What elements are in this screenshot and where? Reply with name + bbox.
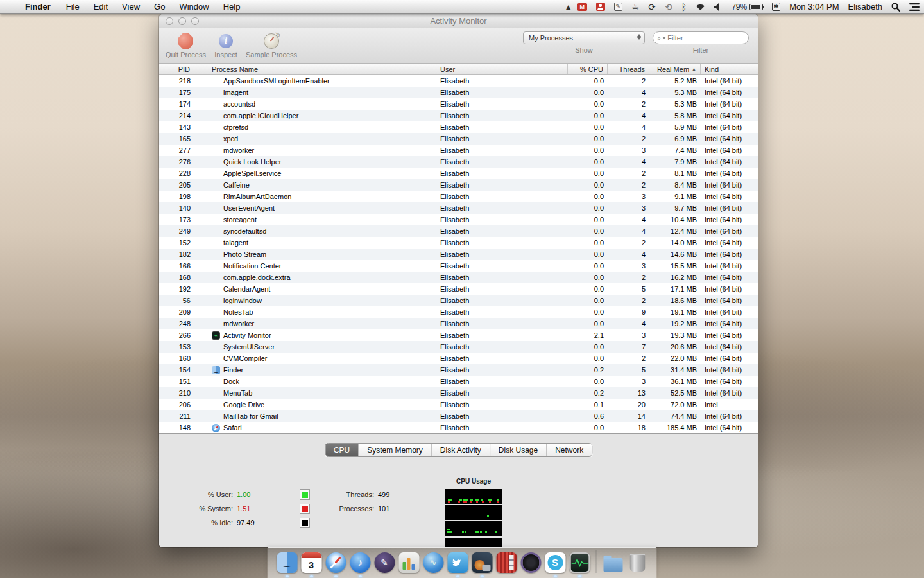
minimize-button[interactable] (178, 17, 186, 25)
fast-user-switch[interactable]: Elisabeth (844, 0, 887, 13)
process-row[interactable]: 182Photo StreamElisabeth0.0414.6 MBIntel… (159, 249, 758, 260)
process-row[interactable]: 143cfprefsdElisabeth0.045.9 MBIntel (64 … (159, 121, 758, 133)
process-row[interactable]: 153SystemUIServerElisabeth0.0720.6 MBInt… (159, 341, 758, 353)
filter-input[interactable] (667, 34, 732, 42)
process-row[interactable]: 205CaffeineElisabeth0.028.4 MBIntel (64 … (159, 179, 758, 191)
menu-item-window[interactable]: Window (172, 0, 216, 14)
contacts-icon[interactable] (592, 0, 610, 13)
process-row[interactable]: 218AppSandboxSMLoginItemEnablerElisabeth… (159, 75, 758, 87)
process-row[interactable]: 152talagentElisabeth0.0214.0 MBIntel (64… (159, 237, 758, 249)
tab-network[interactable]: Network (547, 444, 592, 456)
column-header-threads[interactable]: Threads (608, 64, 649, 74)
process-row[interactable]: 277mdworkerElisabeth0.037.4 MBIntel (64 … (159, 144, 758, 156)
process-row[interactable]: 192CalendarAgentElisabeth0.0517.1 MBInte… (159, 283, 758, 295)
tab-disk-activity[interactable]: Disk Activity (432, 444, 490, 456)
menu-item-file[interactable]: File (59, 0, 87, 14)
process-row[interactable]: 276Quick Look HelperElisabeth0.047.9 MBI… (159, 156, 758, 168)
process-row[interactable]: 248mdworkerElisabeth0.0419.2 MBIntel (64… (159, 318, 758, 329)
dock-item-skype[interactable]: S (545, 552, 566, 573)
process-row[interactable]: 249syncdefaultsdElisabeth0.0412.4 MBInte… (159, 225, 758, 237)
spotlight-icon[interactable] (887, 0, 905, 13)
process-row[interactable]: 56loginwindowElisabeth0.0218.6 MBIntel (… (159, 295, 758, 306)
inspect-button[interactable]: i Inspect (206, 31, 246, 58)
caffeine-icon[interactable]: ☕ (627, 0, 644, 13)
dock-item-google-earth[interactable]: ∿ (423, 552, 444, 573)
menu-item-edit[interactable]: Edit (87, 0, 115, 14)
column-header-pid[interactable]: PID (159, 64, 194, 74)
dock-item-iphoto[interactable] (472, 552, 493, 573)
threads-label: Threads: (320, 491, 374, 498)
cpu-core-bar (445, 489, 502, 504)
column-header-realmem[interactable]: Real Mem ▲ (649, 64, 701, 74)
process-name: syncdefaultsd (223, 227, 266, 235)
process-row[interactable]: 210MenuTabElisabeth0.21352.5 MBIntel (64… (159, 387, 758, 399)
dock-item-safari[interactable] (325, 552, 346, 573)
quit-process-button[interactable]: Quit Process (166, 31, 206, 58)
process-row[interactable]: 266⌁Activity MonitorElisabeth2.1319.3 MB… (159, 329, 758, 341)
close-button[interactable] (166, 17, 173, 25)
dock-item-charts-app[interactable] (398, 552, 420, 573)
notification-center-icon[interactable] (905, 0, 924, 13)
process-row[interactable]: 148SafariElisabeth0.018185.4 MBIntel (64… (159, 422, 758, 434)
process-row[interactable]: 151DockElisabeth0.0336.1 MBIntel (64 bit… (159, 376, 758, 387)
process-row[interactable]: 165xpcdElisabeth0.026.9 MBIntel (64 bit) (159, 133, 758, 144)
dock-item-itunes[interactable]: ♪ (350, 552, 371, 573)
notes-icon[interactable]: ✎ (610, 0, 627, 13)
process-row[interactable]: 209NotesTabElisabeth0.0919.1 MBIntel (64… (159, 306, 758, 318)
column-header-kind[interactable]: Kind (701, 64, 755, 74)
process-row[interactable]: 211MailTab for GmailElisabeth0.61474.4 M… (159, 410, 758, 422)
battery-indicator[interactable]: 79% (727, 0, 767, 13)
menu-item-go[interactable]: Go (147, 0, 172, 14)
menu-app-name[interactable]: Finder (18, 0, 59, 14)
idle-color-well[interactable] (300, 518, 310, 528)
process-row[interactable]: 174accountsdElisabeth0.025.3 MBIntel (64… (159, 98, 758, 110)
process-row[interactable]: 154‿FinderElisabeth0.2531.4 MBIntel (64 … (159, 364, 758, 376)
google-drive-icon[interactable]: ▲ (564, 3, 573, 11)
dock-item-activity-monitor[interactable] (569, 552, 590, 573)
process-row[interactable]: 214com.apple.iCloudHelperElisabeth0.045.… (159, 110, 758, 121)
tab-cpu[interactable]: CPU (325, 444, 359, 456)
process-row[interactable]: 140UserEventAgentElisabeth0.039.7 MBInte… (159, 202, 758, 214)
input-menu-icon[interactable]: ✱ (767, 0, 785, 13)
user-color-well[interactable] (300, 489, 310, 500)
process-row[interactable]: 168com.apple.dock.extraElisabeth0.0216.2… (159, 272, 758, 283)
zoom-button[interactable] (191, 17, 199, 25)
dock-item-documents-folder[interactable] (603, 552, 624, 573)
search-options-arrow-icon (662, 37, 666, 39)
menu-clock[interactable]: Mon 3:04 PM (785, 0, 843, 13)
process-row[interactable]: 160CVMCompilerElisabeth0.0222.0 MBIntel … (159, 353, 758, 364)
dock-item-twitter[interactable] (447, 552, 468, 573)
sample-process-icon (264, 33, 279, 49)
dock-item-finder[interactable]: ‿ (277, 552, 298, 573)
process-row[interactable]: 198RimAlbumArtDaemonElisabeth0.039.1 MBI… (159, 191, 758, 202)
process-row[interactable]: 206Google DriveElisabeth0.12072.0 MBInte… (159, 399, 758, 410)
tab-system-memory[interactable]: System Memory (359, 444, 432, 456)
dock-item-photo-booth[interactable] (496, 552, 517, 573)
process-row[interactable]: 166Notification CenterElisabeth0.0315.5 … (159, 260, 758, 272)
gmail-icon[interactable]: M (573, 0, 592, 13)
dock-item-trash[interactable] (627, 552, 648, 573)
menu-item-view[interactable]: View (115, 0, 147, 14)
dock-item-calendar[interactable]: 3 (301, 552, 322, 573)
system-color-well[interactable] (300, 504, 310, 514)
tab-disk-usage[interactable]: Disk Usage (490, 444, 547, 456)
title-bar[interactable]: Activity Monitor (159, 14, 758, 28)
volume-icon[interactable] (710, 0, 727, 13)
menu-item-help[interactable]: Help (216, 0, 248, 14)
column-header-cpu[interactable]: % CPU (568, 64, 608, 74)
column-header-user[interactable]: User (436, 64, 568, 74)
dock-item-pen-app[interactable]: ✎ (374, 552, 395, 573)
show-dropdown[interactable]: My Processes (523, 31, 645, 44)
time-machine-icon[interactable]: ⟲ (660, 0, 677, 13)
sample-process-button[interactable]: Sample Process (246, 31, 297, 58)
filter-field[interactable]: ⌕ (653, 31, 749, 44)
aperture-icon (520, 552, 541, 573)
wifi-icon[interactable] (691, 0, 710, 13)
process-row[interactable]: 175imagentElisabeth0.045.3 MBIntel (64 b… (159, 87, 758, 98)
dock-item-aperture[interactable] (520, 552, 542, 573)
process-row[interactable]: 228AppleSpell.serviceElisabeth0.028.1 MB… (159, 168, 758, 179)
sync-icon[interactable]: ⟳ (644, 0, 660, 13)
process-row[interactable]: 173storeagentElisabeth0.0410.4 MBIntel (… (159, 214, 758, 225)
bluetooth-icon[interactable]: ᛒ (677, 0, 691, 13)
column-header-name[interactable]: Process Name (194, 64, 436, 74)
